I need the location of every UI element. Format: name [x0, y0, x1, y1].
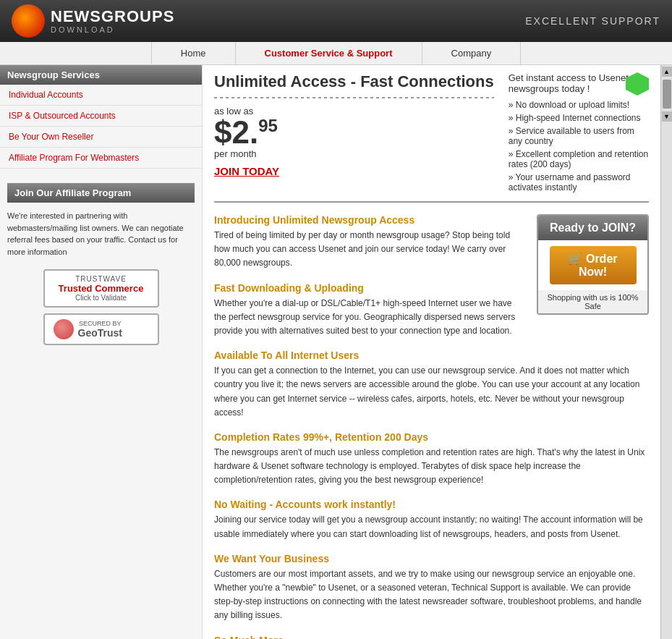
price-display: $2.95	[214, 117, 494, 148]
join-box-safe: Shopping with us is 100% Safe	[538, 290, 647, 313]
main-content: Unlimited Access - Fast Connections as l…	[203, 65, 660, 639]
nav-company[interactable]: Company	[422, 42, 522, 64]
feature-list: No download or upload limits! High-speed…	[509, 98, 649, 194]
section-5-title: We Want Your Business	[214, 553, 649, 564]
price-per: per month	[214, 148, 494, 159]
section-4-title: No Waiting - Accounts work instantly!	[214, 499, 649, 510]
trustwave-sub: Trusted Commerce	[54, 283, 149, 294]
logo-area: NEWSGROUPS DOWNLOAD	[12, 4, 174, 38]
section-2-title: Available To All Internet Users	[214, 350, 649, 361]
hero-divider	[214, 97, 494, 98]
feature-item: Service available to users from any coun…	[509, 124, 649, 148]
geotrust-logo	[54, 319, 74, 339]
section-2-text: If you can get a connection to the Inter…	[214, 364, 649, 420]
section-3-title: Completion Rates 99%+, Retention 200 Day…	[214, 431, 649, 443]
nav-customer-service[interactable]: Customer Service & Support	[236, 42, 422, 64]
header: NEWSGROUPS DOWNLOAD EXCELLENT SUPPORT	[0, 0, 672, 42]
sidebar-item-individual[interactable]: Individual Accounts	[0, 85, 202, 106]
scroll-thumb[interactable]	[663, 80, 671, 109]
logo-icon	[12, 4, 45, 38]
trustwave-label: Trustwave	[54, 275, 149, 283]
scroll-down-arrow[interactable]: ▼	[662, 111, 672, 122]
join-box-title: Ready to JOIN?	[538, 216, 647, 240]
feature-item: No download or upload limits!	[509, 98, 649, 111]
scroll-up-arrow[interactable]: ▲	[662, 67, 672, 77]
price-cents: 95	[258, 116, 278, 135]
scrollbar[interactable]: ▲ ▼	[660, 65, 672, 639]
section-5: We Want Your Business Customers are our …	[214, 553, 649, 623]
section-2: Available To All Internet Users If you c…	[214, 350, 649, 420]
trustwave-badge[interactable]: Trustwave Trusted Commerce Click to Vali…	[43, 269, 159, 308]
sidebar-item-isp[interactable]: ISP & Outsourced Accounts	[0, 106, 202, 127]
feature-item: Your username and password activates ins…	[509, 171, 649, 194]
geotrust-name: GeoTrust	[78, 327, 122, 339]
hero-title: Unlimited Access - Fast Connections	[214, 72, 494, 91]
affiliate-section-text: We're interested in partnering with webm…	[7, 210, 195, 258]
sidebar: Newsgroup Services Individual Accounts I…	[0, 65, 203, 639]
sidebar-item-reseller[interactable]: Be Your Own Reseller	[0, 127, 202, 148]
sidebar-services-title: Newsgroup Services	[0, 65, 202, 85]
order-now-button[interactable]: Order Now!	[550, 246, 637, 284]
geotrust-label: SECURED BY	[78, 320, 122, 327]
hero-pricing: Unlimited Access - Fast Connections as l…	[214, 72, 494, 194]
section-5-text: Customers are our most important assets,…	[214, 567, 649, 623]
join-today-link[interactable]: JOIN TODAY	[214, 165, 494, 177]
section-4-text: Joining our service today will get you a…	[214, 513, 649, 541]
section-4: No Waiting - Accounts work instantly! Jo…	[214, 499, 649, 541]
geotrust-badge[interactable]: SECURED BY GeoTrust	[43, 313, 159, 345]
sidebar-item-affiliate[interactable]: Affiliate Program For Webmasters	[0, 148, 202, 169]
price-dollar: $2.	[214, 114, 258, 150]
header-tagline: EXCELLENT SUPPORT	[525, 15, 660, 27]
section-6: So Much More Newsgroups-Download.com is …	[214, 635, 649, 639]
section-3-text: The newsgroups aren't of much use unless…	[214, 446, 649, 488]
hero-section: Unlimited Access - Fast Connections as l…	[214, 72, 649, 203]
feature-item: Excellent completion and retention rates…	[509, 148, 649, 171]
join-box: Ready to JOIN? Order Now! Shopping with …	[537, 214, 649, 315]
nav-home[interactable]: Home	[151, 42, 236, 64]
nav-bar: Home Customer Service & Support Company	[0, 42, 672, 65]
geotrust-content: SECURED BY GeoTrust	[54, 319, 149, 339]
section-3: Completion Rates 99%+, Retention 200 Day…	[214, 431, 649, 488]
logo-text: NEWSGROUPS	[51, 8, 174, 25]
logo-sub: DOWNLOAD	[51, 25, 174, 34]
affiliate-section-title: Join Our Affiliate Program	[7, 183, 195, 203]
trustwave-action: Click to Validate	[54, 294, 149, 302]
section-6-title: So Much More	[214, 635, 649, 639]
sections-wrapper: Ready to JOIN? Order Now! Shopping with …	[214, 214, 649, 639]
trust-badges: Trustwave Trusted Commerce Click to Vali…	[7, 269, 195, 345]
feature-item: High-speed Internet connections	[509, 111, 649, 124]
